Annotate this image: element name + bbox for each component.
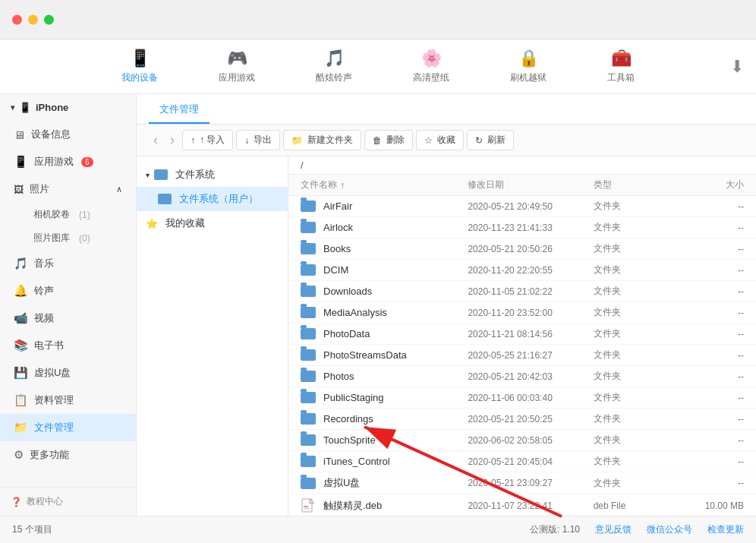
import-button[interactable]: ↑ ↑ 导入 [182,130,233,150]
sidebar-item-ebook[interactable]: 📚 电子书 [0,332,136,359]
file-name-cell: iTunes_Control [301,456,468,467]
table-row[interactable]: Books 2020-05-21 20:50:26 文件夹 -- [288,238,756,260]
file-name-cell: 触摸精灵.deb [301,498,468,513]
file-type-cell: 文件夹 [594,412,677,425]
svg-rect-2 [304,506,308,507]
back-button[interactable]: ‹ [149,129,162,151]
table-row[interactable]: iTunes_Control 2020-05-21 20:45:04 文件夹 -… [288,451,756,472]
minimize-button[interactable] [28,14,38,24]
file-type-cell: 文件夹 [594,242,677,255]
sidebar-item-video[interactable]: 📹 视频 [0,305,136,332]
export-icon: ↓ [244,135,249,146]
maximize-button[interactable] [44,14,54,24]
sidebar-item-data[interactable]: 📋 资料管理 [0,387,136,414]
photo-library-count: (0) [79,233,90,244]
new-folder-icon: 📁 [291,135,303,146]
table-row[interactable]: AirFair 2020-05-21 20:49:50 文件夹 -- [288,196,756,217]
toolbox-label: 工具箱 [607,71,635,84]
nav-toolbox[interactable]: 🧰 工具箱 [600,44,642,89]
sidebar-footer-tutorial[interactable]: ❓ 教程中心 [0,487,136,516]
nav-mydevice[interactable]: 📱 我的设备 [114,44,165,89]
table-row[interactable]: MediaAnalysis 2020-11-20 23:52:00 文件夹 -- [288,302,756,324]
file-rows-container: AirFair 2020-05-21 20:49:50 文件夹 -- Airlo… [288,196,756,516]
col-name-header[interactable]: 文件名称 ↑ [301,178,468,191]
close-button[interactable] [12,14,22,24]
file-size-cell: -- [677,478,744,488]
export-button[interactable]: ↓ 导出 [236,130,280,150]
feedback-link[interactable]: 意见反馈 [595,523,632,536]
device-info-icon: 🖥 [14,128,25,141]
refresh-button[interactable]: ↻ 刷新 [467,130,514,150]
wechat-link[interactable]: 微信公众号 [647,523,692,536]
camera-roll-label: 相机胶卷 [33,208,70,221]
sidebar-ringtone-label: 铃声 [34,284,54,298]
sidebar-item-more[interactable]: ⚙ 更多功能 [0,441,136,469]
nav-jailbreak[interactable]: 🔒 刷机越狱 [502,44,554,89]
sidebar-device[interactable]: ▾ 📱 iPhone [0,94,136,121]
table-row[interactable]: 触摸精灵.deb 2020-11-07 23:22:41 deb File 10… [288,494,756,516]
table-row[interactable]: PublicStaging 2020-11-06 00:03:40 文件夹 -- [288,387,756,409]
top-nav: 📱 我的设备 🎮 应用游戏 🎵 酷炫铃声 🌸 高清壁纸 🔒 刷机越狱 🧰 工具箱… [0,39,756,94]
table-row[interactable]: Photos 2020-05-21 20:42:03 文件夹 -- [288,366,756,387]
sidebar-apps-label: 应用游戏 [34,155,74,169]
table-row[interactable]: Airlock 2020-11-23 21:41:33 文件夹 -- [288,217,756,238]
table-row[interactable]: PhotoStreamsData 2020-05-25 21:16:27 文件夹… [288,345,756,366]
sidebar-item-camera-roll[interactable]: 相机胶卷 (1) [27,203,136,226]
folder-icon [301,200,316,212]
bookmark-button[interactable]: ☆ 收藏 [416,130,464,150]
table-row[interactable]: Recordings 2020-05-21 20:50:25 文件夹 -- [288,409,756,430]
device-arrow-icon: ▾ [11,103,14,112]
apps-icon: 🎮 [227,49,247,68]
ringtones-icon: 🎵 [324,49,345,68]
file-name-cell: Recordings [301,413,468,425]
table-row[interactable]: DCIM 2020-11-20 22:20:55 文件夹 -- [288,260,756,281]
sidebar-data-label: 资料管理 [34,393,74,407]
video-sidebar-icon: 📹 [14,311,28,325]
file-name-cell: Photos [301,371,468,382]
file-date-cell: 2020-06-02 20:58:05 [468,435,593,446]
sidebar-item-photos[interactable]: 🖼 照片 ∧ [0,175,136,203]
file-size-cell: -- [677,223,744,233]
udisk-sidebar-icon: 💾 [14,366,28,380]
device-label: iPhone [36,102,68,113]
toolbox-icon: 🧰 [611,49,632,68]
table-row[interactable]: Downloads 2020-11-05 21:02:22 文件夹 -- [288,281,756,302]
file-size-cell: -- [677,456,744,467]
download-button[interactable]: ⬇ [730,57,744,77]
tree-item-filesystem[interactable]: ▾ 文件系统 [137,163,288,187]
sidebar-item-photo-library[interactable]: 照片图库 (0) [27,226,136,250]
new-folder-button[interactable]: 📁 新建文件夹 [283,130,361,150]
tab-file-manager[interactable]: 文件管理 [149,96,209,124]
bookmark-label: 收藏 [437,134,455,147]
tree-item-bookmarks[interactable]: ⭐ 我的收藏 [137,211,288,235]
tree-filesystem-label: 文件系统 [175,168,215,182]
toolbar: ‹ › ↑ ↑ 导入 ↓ 导出 📁 新建文件夹 🗑 删除 [137,125,756,156]
nav-apps[interactable]: 🎮 应用游戏 [211,44,263,89]
sidebar-item-apps[interactable]: 📱 应用游戏 6 [0,148,136,175]
file-date-cell: 2020-11-07 23:22:41 [468,500,593,511]
sidebar-item-music[interactable]: 🎵 音乐 [0,250,136,277]
folder-icon [301,328,316,339]
jailbreak-label: 刷机越狱 [510,71,547,84]
sidebar-item-ringtone[interactable]: 🔔 铃声 [0,277,136,305]
camera-roll-count: (1) [79,210,90,220]
sidebar-item-device-info[interactable]: 🖥 设备信息 [0,121,136,148]
nav-wallpaper[interactable]: 🌸 高清壁纸 [405,44,457,89]
forward-button[interactable]: › [165,129,179,151]
tree-item-filesystem-user[interactable]: 文件系统（用户） [137,187,288,211]
nav-ringtones[interactable]: 🎵 酷炫铃声 [308,44,360,89]
file-size-cell: 10.00 MB [677,500,744,511]
sidebar-item-udisk[interactable]: 💾 虚拟U盘 [0,359,136,387]
file-type-cell: 文件夹 [594,455,677,468]
table-row[interactable]: 虚拟U盘 2020-05-21 23:09:27 文件夹 -- [288,472,756,494]
file-name-cell: Books [301,243,468,254]
file-date-cell: 2020-11-20 23:52:00 [468,308,593,318]
file-name-cell: MediaAnalysis [301,307,468,318]
table-row[interactable]: TouchSprite 2020-06-02 20:58:05 文件夹 -- [288,430,756,451]
content-area: 文件管理 ‹ › ↑ ↑ 导入 ↓ 导出 📁 新建文件夹 [137,94,756,516]
delete-button[interactable]: 🗑 删除 [364,130,413,150]
sidebar-item-files[interactable]: 📁 文件管理 [0,414,136,441]
update-link[interactable]: 检查更新 [707,523,744,536]
folder-icon [301,307,316,318]
table-row[interactable]: PhotoData 2020-11-21 08:14:56 文件夹 -- [288,324,756,345]
